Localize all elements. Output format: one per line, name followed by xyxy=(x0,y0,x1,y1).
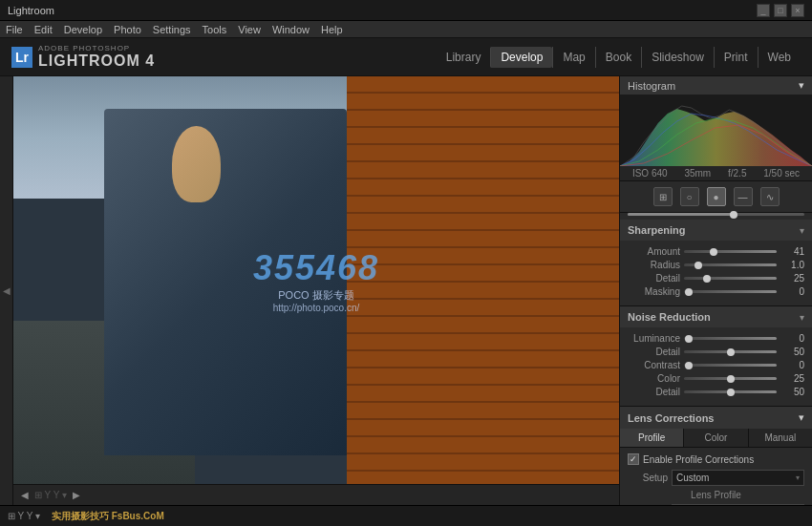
sharpening-radius-slider[interactable] xyxy=(684,263,777,266)
photo-area[interactable]: 355468 POCO 摄影专题 http://photo.poco.cn/ xyxy=(13,76,619,484)
header: Lr ADOBE PHOTOSHOP LIGHTROOM 4 Library D… xyxy=(0,38,812,76)
lens-tab-color[interactable]: Color xyxy=(684,429,748,447)
enable-profile-checkbox[interactable]: ✓ xyxy=(628,453,639,465)
app-name: LIGHTROOM 4 xyxy=(38,53,155,70)
noise-detail-slider[interactable] xyxy=(684,350,777,353)
histogram-focal: 35mm xyxy=(684,168,711,179)
app-name-area: ADOBE PHOTOSHOP LIGHTROOM 4 xyxy=(38,44,155,70)
noise-luminance-slider[interactable] xyxy=(684,337,777,340)
noise-detail-value: 50 xyxy=(780,347,804,357)
histogram-section: Histogram ▾ xyxy=(620,76,812,181)
noise-detail-thumb xyxy=(727,348,735,356)
noise-contrast-thumb xyxy=(685,362,693,369)
menu-help[interactable]: Help xyxy=(321,24,343,35)
enable-profile-label: Enable Profile Corrections xyxy=(643,454,754,465)
left-panel-toggle[interactable]: ◀ xyxy=(1,285,11,296)
menu-view[interactable]: View xyxy=(238,24,261,35)
lens-corrections-body: Profile Color Manual ✓ Enable Profile Co… xyxy=(620,429,812,505)
tab-slideshow[interactable]: Slideshow xyxy=(641,47,714,68)
graduated-filter-tool[interactable]: — xyxy=(734,187,753,206)
noise-color-detail-label: Detail xyxy=(628,387,680,397)
noise-luminance-thumb xyxy=(685,335,693,343)
noise-reduction-header[interactable]: Noise Reduction ▾ xyxy=(620,306,812,327)
histogram-shutter: 1/50 sec xyxy=(763,168,800,179)
filmstrip-right-arrow[interactable]: ▶ xyxy=(73,490,80,500)
enable-profile-row: ✓ Enable Profile Corrections xyxy=(628,453,804,465)
noise-contrast-slider[interactable] xyxy=(684,364,777,367)
sharpening-detail-thumb xyxy=(703,275,711,283)
setup-label: Setup xyxy=(628,473,668,483)
tab-print[interactable]: Print xyxy=(714,47,758,68)
noise-color-detail-row: Detail 50 xyxy=(628,387,804,397)
statusbar: ⊞ Y Y ▾ 实用摄影技巧 FsBus.CoM xyxy=(0,505,812,526)
noise-color-thumb xyxy=(727,375,735,383)
tool-slider-row xyxy=(620,213,812,220)
noise-contrast-row: Contrast 0 xyxy=(628,360,804,370)
tab-web[interactable]: Web xyxy=(758,47,801,68)
minimize-button[interactable]: _ xyxy=(757,4,770,17)
sharpening-detail-row: Detail 25 xyxy=(628,273,804,284)
noise-reduction-arrow-icon: ▾ xyxy=(800,312,804,323)
sharpening-amount-label: Amount xyxy=(628,246,680,257)
brush-tool[interactable]: ∿ xyxy=(760,187,780,206)
filmstrip: ◀ ⊞ Y Y ▾ ▶ xyxy=(13,484,619,505)
crop-tool[interactable]: ⊞ xyxy=(653,187,673,206)
tab-book[interactable]: Book xyxy=(595,47,641,68)
lens-content: ✓ Enable Profile Corrections Setup Custo… xyxy=(620,448,812,505)
photo-head xyxy=(172,126,221,202)
noise-color-label: Color xyxy=(628,373,680,384)
redeye-tool[interactable]: ● xyxy=(707,187,726,206)
tab-develop[interactable]: Develop xyxy=(490,47,552,68)
lens-profile-section-label: Lens Profile xyxy=(628,490,804,500)
left-panel[interactable]: ◀ xyxy=(0,76,13,505)
noise-color-detail-thumb xyxy=(727,389,735,396)
sharpening-radius-thumb xyxy=(694,262,702,269)
sharpening-masking-thumb xyxy=(685,288,693,296)
lens-tab-manual[interactable]: Manual xyxy=(749,429,812,447)
statusbar-left: ⊞ Y Y ▾ xyxy=(8,511,40,521)
menu-file[interactable]: File xyxy=(6,24,23,35)
sharpening-radius-label: Radius xyxy=(628,260,680,270)
histogram-arrow-icon: ▾ xyxy=(799,79,804,92)
titlebar-controls: _ □ × xyxy=(757,4,804,17)
photo-display: 355468 POCO 摄影专题 http://photo.poco.cn/ xyxy=(13,76,619,484)
setup-dropdown[interactable]: Custom ▾ xyxy=(672,470,804,486)
noise-color-row: Color 25 xyxy=(628,373,804,384)
noise-contrast-label: Contrast xyxy=(628,360,680,370)
menu-edit[interactable]: Edit xyxy=(34,24,53,35)
titlebar-title: Lightroom xyxy=(8,5,54,16)
lens-corrections-header[interactable]: Lens Corrections ▾ xyxy=(620,407,812,429)
filmstrip-left-arrow[interactable]: ◀ xyxy=(21,490,29,500)
maximize-button[interactable]: □ xyxy=(774,4,787,17)
setup-row: Setup Custom ▾ xyxy=(628,470,804,486)
main-area: ◀ 355468 POCO 摄影专题 http://photo.poco.c xyxy=(0,76,812,505)
histogram-info: ISO 640 35mm f/2.5 1/50 sec xyxy=(620,166,812,180)
tool-slider[interactable] xyxy=(628,213,804,216)
lens-tab-profile[interactable]: Profile xyxy=(620,429,684,447)
sharpening-amount-slider[interactable] xyxy=(684,250,777,253)
menu-settings[interactable]: Settings xyxy=(153,24,191,35)
noise-color-slider[interactable] xyxy=(684,377,777,380)
make-dropdown[interactable]: Nikon ▾ xyxy=(672,504,804,505)
close-button[interactable]: × xyxy=(791,4,804,17)
photo-wall xyxy=(347,76,619,484)
noise-color-value: 25 xyxy=(780,373,804,384)
lens-corrections-section: Lens Corrections ▾ Profile Color Manual … xyxy=(620,407,812,505)
sharpening-detail-slider[interactable] xyxy=(684,277,777,280)
histogram-header[interactable]: Histogram ▾ xyxy=(620,76,812,95)
titlebar: Lightroom _ □ × xyxy=(0,0,812,21)
noise-color-detail-slider[interactable] xyxy=(684,390,777,393)
sharpening-title: Sharpening xyxy=(628,224,686,236)
sharpening-header[interactable]: Sharpening ▾ xyxy=(620,220,812,241)
menu-tools[interactable]: Tools xyxy=(203,24,227,35)
noise-reduction-title: Noise Reduction xyxy=(628,311,711,323)
menu-photo[interactable]: Photo xyxy=(114,24,141,35)
menu-develop[interactable]: Develop xyxy=(64,24,102,35)
tab-map[interactable]: Map xyxy=(552,47,594,68)
tab-library[interactable]: Library xyxy=(437,47,491,68)
sharpening-masking-slider[interactable] xyxy=(684,290,777,293)
spot-removal-tool[interactable]: ○ xyxy=(680,187,699,206)
sharpening-radius-row: Radius 1.0 xyxy=(628,260,804,270)
sharpening-amount-thumb xyxy=(710,248,717,256)
menu-window[interactable]: Window xyxy=(272,24,310,35)
